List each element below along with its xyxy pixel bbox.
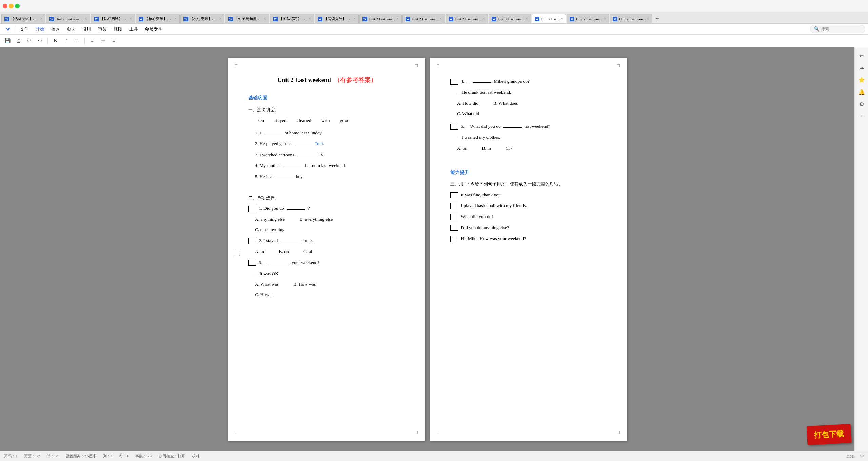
mc-choices-5: A. on B. in C. / bbox=[457, 144, 608, 153]
tab-5[interactable]: W 【句子与句型】人教... × bbox=[225, 14, 269, 23]
tab-6[interactable]: W 【画法练习】人教... × bbox=[270, 14, 314, 23]
tab-close-4[interactable]: × bbox=[219, 16, 221, 21]
menu-file[interactable]: 文件 bbox=[17, 25, 32, 34]
toolbar-font-underline[interactable]: U bbox=[72, 36, 82, 46]
tab-close-5[interactable]: × bbox=[264, 16, 266, 21]
bracket-5 bbox=[450, 124, 458, 130]
tab-9[interactable]: W Unit 2 Last wee... × bbox=[402, 14, 445, 23]
word-cleaned: cleaned bbox=[297, 116, 311, 125]
new-tab-button[interactable]: + bbox=[653, 14, 662, 23]
mc-blank-1 bbox=[287, 209, 305, 210]
order-item-4: Did you do anything else? bbox=[450, 224, 608, 232]
mc-blank-4 bbox=[473, 82, 491, 83]
toolbar-print[interactable]: 🖨 bbox=[14, 36, 23, 46]
main-area: ⋮⋮ Unit 2 Last weekend （有参考答案） 基础巩固 一、选词… bbox=[0, 47, 868, 451]
bracket-2 bbox=[248, 238, 256, 244]
mc-item-4-follow: —He drank tea last weekend. bbox=[450, 88, 608, 96]
sidebar-icon-4[interactable]: 🔔 bbox=[856, 87, 867, 97]
tab-3[interactable]: W 【核心突破】人教... × bbox=[136, 14, 180, 23]
tab-close-6[interactable]: × bbox=[309, 16, 311, 21]
corner-tr bbox=[415, 64, 418, 67]
toolbar-undo[interactable]: ↩ bbox=[24, 36, 34, 46]
mc-item-5: 5. —What did you do last weekend? bbox=[450, 122, 608, 131]
tab-close-9[interactable]: × bbox=[439, 16, 442, 21]
choice-4a: A. How did bbox=[457, 99, 478, 107]
tab-close-3[interactable]: × bbox=[174, 16, 177, 21]
tab-1[interactable]: W Unit 2 Last week... × bbox=[46, 14, 90, 23]
menu-review[interactable]: 审阅 bbox=[95, 25, 110, 34]
status-spell: 拼写检查：打开 bbox=[159, 454, 185, 459]
tab-12[interactable]: W Unit 2 Las... × bbox=[532, 14, 566, 23]
tab-13[interactable]: W Unit 2 Last wee... × bbox=[567, 14, 609, 23]
tab-4[interactable]: W 【核心突破】人教... × bbox=[180, 14, 224, 23]
tab-label-6: 【画法练习】人教... bbox=[279, 16, 307, 21]
tab-close-0[interactable]: × bbox=[40, 16, 42, 21]
toolbar-font-bold[interactable]: B bbox=[51, 36, 60, 46]
tab-label-0: 【达标测试】人教... bbox=[11, 16, 39, 21]
menu-start[interactable]: 开始 bbox=[32, 25, 48, 34]
corner-bl bbox=[235, 431, 237, 434]
sidebar-icon-5[interactable]: ⚙ bbox=[856, 99, 867, 109]
tab-10[interactable]: W Unit 2 Last wee... × bbox=[446, 14, 488, 23]
order-item-1: It was fine, thank you. bbox=[450, 191, 608, 199]
toolbar-font-italic[interactable]: I bbox=[61, 36, 71, 46]
search-bar[interactable]: 🔍 bbox=[810, 25, 865, 33]
tab-label-5: 【句子与句型】人教... bbox=[234, 16, 262, 21]
toolbar-align-right[interactable]: ≡ bbox=[109, 36, 119, 46]
choice-1a: A. anything else bbox=[255, 215, 285, 223]
choice-2c: C. at bbox=[303, 247, 312, 256]
menu-view[interactable]: 视图 bbox=[110, 25, 126, 34]
menu-reference[interactable]: 引用 bbox=[79, 25, 95, 34]
tab-icon-11: W bbox=[492, 17, 496, 21]
minimize-button[interactable] bbox=[9, 4, 14, 8]
drag-handle: ⋮⋮ bbox=[231, 249, 242, 259]
tab-close-11[interactable]: × bbox=[526, 16, 528, 21]
sidebar-icon-3[interactable]: ⭐ bbox=[856, 75, 867, 85]
tab-icon-13: W bbox=[570, 17, 574, 21]
fill-item-3: 3. I watched cartoons TV. bbox=[248, 151, 406, 159]
menu-insert[interactable]: 插入 bbox=[48, 25, 63, 34]
mc-blank-5 bbox=[503, 127, 522, 128]
tab-0[interactable]: W 【达标测试】人教... × bbox=[1, 14, 45, 23]
mc-choices-3: A. What was B. How was bbox=[255, 280, 406, 288]
tab-close-14[interactable]: × bbox=[647, 16, 649, 21]
tab-close-2[interactable]: × bbox=[130, 16, 132, 21]
close-button[interactable] bbox=[3, 4, 7, 8]
menu-tools[interactable]: 工具 bbox=[126, 25, 141, 34]
toolbar-align-center[interactable]: ☰ bbox=[98, 36, 108, 46]
tab-11[interactable]: W Unit 2 Last wee... × bbox=[489, 14, 531, 23]
search-input[interactable] bbox=[821, 27, 862, 32]
wps-logo[interactable]: W bbox=[3, 24, 14, 34]
tab-icon-5: W bbox=[228, 17, 233, 21]
menu-page[interactable]: 页面 bbox=[63, 25, 79, 34]
download-badge[interactable]: 打包下载 bbox=[807, 424, 852, 445]
tab-close-13[interactable]: × bbox=[604, 16, 606, 21]
menu-member[interactable]: 会员专享 bbox=[141, 25, 166, 34]
menu-divider-1 bbox=[15, 26, 15, 33]
sidebar-icon-1[interactable]: ↩ bbox=[856, 50, 867, 60]
tab-2[interactable]: W 【达标测试】人教... × bbox=[91, 14, 135, 23]
tab-14[interactable]: W Unit 2 Last wee... × bbox=[610, 14, 652, 23]
search-icon: 🔍 bbox=[814, 26, 820, 32]
sidebar-icon-more[interactable]: ··· bbox=[856, 111, 867, 121]
mc-choices-1c: C. else anything bbox=[255, 226, 406, 234]
tab-close-10[interactable]: × bbox=[482, 16, 485, 21]
bracket-3 bbox=[248, 260, 256, 266]
tab-8[interactable]: W Unit 2 Last wee... × bbox=[359, 14, 402, 23]
order-bracket-4 bbox=[450, 225, 458, 231]
tab-close-7[interactable]: × bbox=[353, 16, 356, 21]
tab-label-3: 【核心突破】人教... bbox=[145, 16, 173, 21]
toolbar-redo[interactable]: ↪ bbox=[35, 36, 45, 46]
tab-close-12[interactable]: × bbox=[561, 16, 563, 21]
mc-choices-4: A. How did B. What does bbox=[457, 99, 608, 107]
tab-7[interactable]: W 【阅读提升】人教... × bbox=[315, 14, 359, 23]
tab-close-1[interactable]: × bbox=[85, 16, 87, 21]
tab-close-8[interactable]: × bbox=[396, 16, 399, 21]
sidebar-icon-2[interactable]: ☁ bbox=[856, 62, 867, 73]
toolbar-align-left[interactable]: ≡ bbox=[87, 36, 97, 46]
toolbar-save[interactable]: 💾 bbox=[3, 36, 12, 46]
word-stayed: stayed bbox=[274, 116, 287, 125]
tab-icon-2: W bbox=[94, 17, 99, 21]
tab-label-10: Unit 2 Last wee... bbox=[455, 17, 481, 21]
maximize-button[interactable] bbox=[15, 4, 20, 8]
